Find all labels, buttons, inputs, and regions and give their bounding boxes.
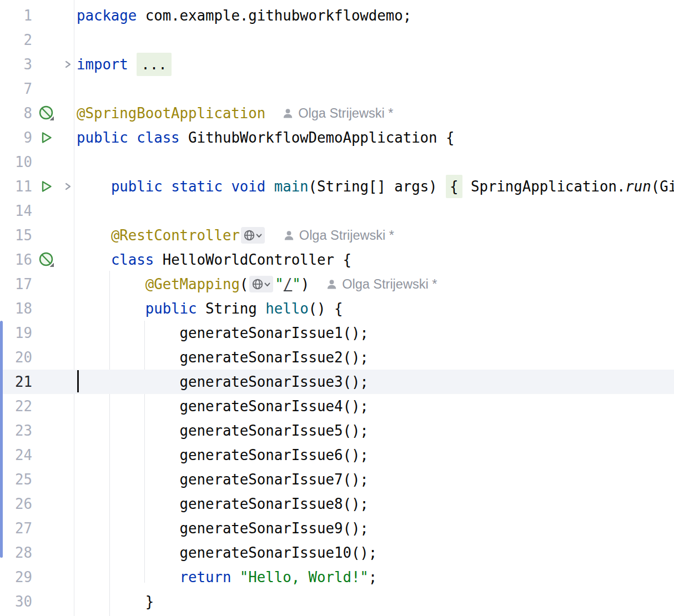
gutter: 10 [0, 150, 74, 174]
code-line: 17 @GetMapping("/")Olga Strijewski * [0, 272, 674, 296]
gutter: 28 [0, 541, 74, 565]
url-mapping-chip[interactable] [249, 276, 273, 292]
line-number: 24 [0, 447, 32, 463]
code-segment: main [274, 178, 309, 195]
code-text[interactable]: generateSonarIssue9(); [74, 520, 369, 537]
fold-chevron-icon[interactable] [63, 59, 73, 69]
code-segment: " [292, 276, 300, 292]
line-number: 28 [0, 544, 32, 561]
gutter: 15 [0, 223, 74, 248]
code-text[interactable]: generateSonarIssue8(); [74, 496, 369, 512]
code-line: 10 [0, 150, 674, 174]
code-line: 20 generateSonarIssue2(); [0, 345, 674, 370]
code-line: 25 generateSonarIssue7(); [0, 467, 674, 492]
code-segment[interactable]: ... [137, 53, 171, 76]
author-annotation[interactable]: Olga Strijewski * [283, 228, 394, 243]
code-line: 27 generateSonarIssue9(); [0, 516, 674, 541]
code-segment: run [625, 178, 651, 195]
code-text[interactable]: generateSonarIssue5(); [74, 422, 369, 439]
gutter: 14 [0, 199, 74, 223]
code-segment: GithubWorkflowDemoApplication { [188, 129, 454, 146]
caret [77, 370, 79, 392]
code-text[interactable]: import ... [74, 53, 172, 76]
line-number: 22 [0, 398, 32, 415]
code-text[interactable]: package com.example.githubworkflowdemo; [74, 7, 411, 24]
code-segment: import [77, 56, 137, 73]
code-segment: hello [265, 300, 308, 317]
line-number: 9 [0, 129, 32, 146]
code-line: 16 class HelloWorldController { [0, 248, 674, 272]
code-text[interactable]: public String hello() { [74, 300, 343, 317]
author-annotation[interactable]: Olga Strijewski * [326, 277, 437, 292]
fold-chevron-icon[interactable] [63, 181, 73, 191]
code-line: 9public class GithubWorkflowDemoApplicat… [0, 125, 674, 150]
bean-icon[interactable] [38, 251, 55, 268]
gutter: 7 [0, 77, 74, 101]
code-segment: generateSonarIssue9(); [77, 520, 369, 537]
code-editor[interactable]: 1package com.example.githubworkflowdemo;… [0, 0, 674, 616]
code-rows: 1package com.example.githubworkflowdemo;… [0, 0, 674, 614]
gutter: 18 [0, 296, 74, 321]
code-text[interactable]: @GetMapping("/")Olga Strijewski * [74, 276, 437, 292]
gutter-icon-column [32, 105, 63, 122]
code-segment[interactable]: { [446, 175, 462, 198]
gutter: 3 [0, 52, 74, 77]
code-segment: public class [77, 129, 188, 146]
gutter: 30 [0, 589, 74, 614]
line-number: 2 [0, 32, 32, 48]
code-text[interactable]: generateSonarIssue4(); [74, 398, 369, 415]
code-text[interactable]: public static void main(String[] args) {… [74, 175, 674, 198]
code-text[interactable]: generateSonarIssue6(); [74, 447, 369, 463]
code-text[interactable]: @RestControllerOlga Strijewski * [74, 227, 394, 244]
chevron-down-icon [255, 232, 263, 239]
code-segment: (String[] args) [309, 178, 446, 195]
code-text[interactable]: generateSonarIssue10(); [74, 544, 377, 561]
code-line: 11 public static void main(String[] args… [0, 174, 674, 199]
vcs-change-bar[interactable] [0, 321, 3, 558]
code-segment: generateSonarIssue1(); [77, 325, 369, 341]
code-segment: generateSonarIssue7(); [77, 471, 369, 488]
line-number: 30 [0, 593, 32, 610]
code-text[interactable]: return "Hello, World!"; [74, 569, 377, 585]
code-line: 29 return "Hello, World!"; [0, 565, 674, 589]
code-text[interactable]: class HelloWorldController { [74, 251, 351, 268]
code-text[interactable]: public class GithubWorkflowDemoApplicati… [74, 129, 454, 146]
line-number: 7 [0, 80, 32, 97]
gutter: 25 [0, 467, 74, 492]
author-name: Olga Strijewski * [298, 106, 393, 121]
code-segment [77, 178, 111, 195]
gutter: 20 [0, 345, 74, 370]
code-segment: generateSonarIssue5(); [77, 422, 369, 439]
gutter: 22 [0, 394, 74, 418]
code-segment: () { [309, 300, 343, 317]
code-text[interactable]: generateSonarIssue3(); [74, 373, 369, 390]
url-mapping-chip[interactable] [241, 227, 265, 244]
line-number: 8 [0, 105, 32, 122]
code-text[interactable]: generateSonarIssue7(); [74, 471, 369, 488]
run-icon[interactable] [38, 179, 54, 194]
line-number: 11 [0, 178, 32, 195]
chevron-down-icon [264, 281, 271, 288]
line-number: 3 [0, 56, 32, 73]
run-icon[interactable] [38, 130, 54, 145]
url-globe-icon [252, 278, 264, 290]
code-segment: @GetMapping [145, 276, 240, 292]
code-text[interactable]: generateSonarIssue2(); [74, 349, 369, 366]
gutter-icon-column [32, 251, 63, 268]
code-line: 28 generateSonarIssue10(); [0, 541, 674, 565]
code-text[interactable]: @SpringBootApplicationOlga Strijewski * [74, 105, 393, 122]
code-line: 30 } [0, 589, 674, 614]
code-segment: ; [369, 569, 377, 585]
code-line: 24 generateSonarIssue6(); [0, 443, 674, 467]
author-annotation[interactable]: Olga Strijewski * [282, 106, 393, 121]
gutter: 23 [0, 418, 74, 443]
line-number: 15 [0, 227, 32, 244]
line-number: 18 [0, 300, 32, 317]
line-number: 19 [0, 325, 32, 341]
code-line: 14 [0, 199, 674, 223]
code-text[interactable]: } [74, 593, 154, 610]
code-segment[interactable]: / [284, 276, 292, 292]
bean-icon[interactable] [38, 105, 55, 122]
code-line: 18 public String hello() { [0, 296, 674, 321]
code-text[interactable]: generateSonarIssue1(); [74, 325, 369, 341]
